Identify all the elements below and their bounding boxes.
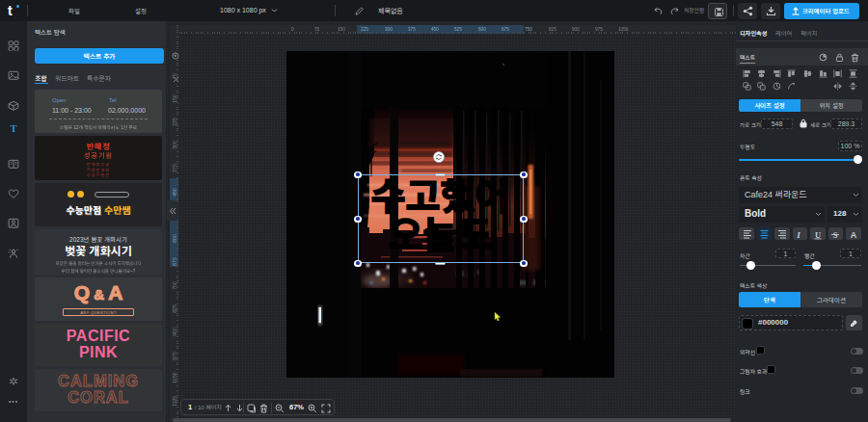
svg-text:A: A	[850, 229, 856, 239]
svg-text:I: I	[796, 230, 800, 240]
svg-text:U: U	[814, 229, 820, 239]
